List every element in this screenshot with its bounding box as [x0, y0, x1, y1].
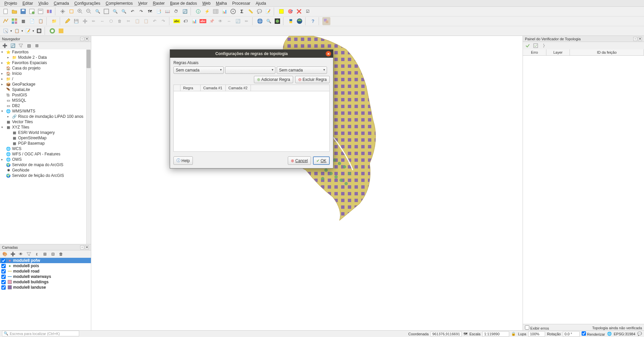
- select-rect-icon[interactable]: [2, 27, 10, 35]
- collapse-all-icon[interactable]: ⊟: [50, 251, 56, 257]
- browser-item[interactable]: ▸🏠Início: [0, 71, 91, 76]
- browser-item[interactable]: 🐘PostGIS: [0, 92, 91, 98]
- save-edits-icon[interactable]: 💾: [72, 17, 80, 25]
- menu-malha[interactable]: Malha: [213, 0, 230, 6]
- open-table-icon[interactable]: [212, 7, 220, 15]
- remove-layer-icon[interactable]: 🗑: [58, 251, 64, 257]
- menu-configurações[interactable]: Configurações: [72, 0, 103, 6]
- filter-legend-icon[interactable]: [25, 251, 32, 257]
- field-calc-icon[interactable]: 📊: [220, 7, 228, 15]
- label-abc-icon[interactable]: abc: [173, 17, 181, 25]
- rule-combo[interactable]: [225, 66, 275, 74]
- delimited-text-icon[interactable]: 📄: [28, 17, 36, 25]
- browser-item[interactable]: ▦PGP Basemap: [0, 141, 91, 146]
- menu-vetor[interactable]: Vetor: [136, 0, 150, 6]
- digitize-icon[interactable]: ✏: [90, 17, 98, 25]
- diagram-icon[interactable]: 📊: [190, 17, 198, 25]
- delete-selected-icon[interactable]: 🗑: [116, 17, 124, 25]
- layer-visibility-checkbox[interactable]: [1, 275, 6, 279]
- browser-item[interactable]: ▸📁Module 2 - Data: [0, 55, 91, 60]
- rot-value[interactable]: 0.0 °: [563, 331, 580, 337]
- layer-item[interactable]: module8 waterways: [0, 274, 91, 279]
- virtual-layer-icon[interactable]: 📋: [37, 17, 45, 25]
- add-feature-icon[interactable]: ➕: [81, 17, 89, 25]
- select-features-icon[interactable]: [277, 7, 285, 15]
- move-label-icon[interactable]: ↔: [225, 17, 233, 25]
- zoom-in-icon[interactable]: [76, 7, 84, 15]
- messages-icon[interactable]: 💬: [637, 332, 642, 336]
- panel-close-icon[interactable]: ✕: [85, 37, 89, 41]
- rotate-label-icon[interactable]: 🔄: [234, 17, 242, 25]
- vector-layer-icon[interactable]: [2, 17, 10, 25]
- layout-manager-icon[interactable]: [37, 7, 45, 15]
- browser-item[interactable]: ▸⭐Favoritos Espaciais: [0, 60, 91, 65]
- menu-raster[interactable]: Raster: [150, 0, 167, 6]
- col-id[interactable]: ID da feição: [570, 49, 644, 55]
- zoom-native-icon[interactable]: 🔍: [94, 7, 102, 15]
- new-map-view-icon[interactable]: 🗺: [146, 7, 154, 15]
- highlight-label-icon[interactable]: abc: [199, 17, 207, 25]
- paste-icon[interactable]: 📋: [142, 17, 150, 25]
- browser-item[interactable]: ▸📦GeoPackage: [0, 82, 91, 87]
- show-errors-checkbox[interactable]: Exibir erros: [525, 325, 549, 330]
- pan-icon[interactable]: [59, 7, 67, 15]
- browser-item[interactable]: ▸🌐OWS: [0, 157, 91, 162]
- validate-extent-icon[interactable]: [532, 42, 539, 49]
- save-project-icon[interactable]: [19, 7, 27, 15]
- new-project-icon[interactable]: [2, 7, 10, 15]
- zoom-next-icon[interactable]: ↷: [137, 7, 145, 15]
- dialog-close-icon[interactable]: ✕: [326, 51, 331, 56]
- help-button[interactable]: ⓘHelp: [173, 156, 193, 165]
- layers-tree[interactable]: ● module8 pofw ● module8 pois module8 ro…: [0, 258, 91, 331]
- another-icon[interactable]: 🔲: [35, 27, 43, 35]
- open-project-icon[interactable]: [10, 7, 18, 15]
- col-erro[interactable]: Erro: [523, 49, 546, 55]
- redo-icon[interactable]: ↷: [159, 17, 167, 25]
- menu-camada[interactable]: Camada: [51, 0, 71, 6]
- form-view-icon[interactable]: 📝: [24, 27, 32, 35]
- extents-icon[interactable]: 🗺: [464, 332, 467, 336]
- delete-rule-button[interactable]: ⊖Excluir Regra: [295, 76, 330, 83]
- select-all-icon[interactable]: ☑: [304, 7, 312, 15]
- raster-layer-icon[interactable]: [10, 17, 18, 25]
- cut-icon[interactable]: ✂: [124, 17, 132, 25]
- menu-projeto[interactable]: Projeto: [2, 0, 20, 6]
- menu-visão[interactable]: Visão: [36, 0, 51, 6]
- properties-widget-icon[interactable]: ⊞: [34, 42, 40, 49]
- add-rule-button[interactable]: ⊕Adicionar Regra: [254, 76, 293, 83]
- browser-tree[interactable]: ▾⭐Favoritos▸📁Module 2 - Data▸⭐Favoritos …: [0, 49, 91, 244]
- zoom-last-icon[interactable]: ↶: [128, 7, 137, 15]
- filter-browser-icon[interactable]: [17, 42, 24, 49]
- style-manager-icon[interactable]: [45, 7, 53, 15]
- browser-item[interactable]: ▭MSSQL: [0, 98, 91, 103]
- deselect-icon[interactable]: ❌: [295, 7, 303, 15]
- maptips-icon[interactable]: 💬: [255, 7, 263, 15]
- new-print-layout-icon[interactable]: [28, 7, 36, 15]
- osm-icon[interactable]: [273, 17, 281, 25]
- layer-item[interactable]: module8 landuse: [0, 285, 91, 290]
- lock-scale-icon[interactable]: 🔒: [511, 332, 516, 336]
- browser-item[interactable]: ▭DB2: [0, 103, 91, 108]
- deselect-icon2[interactable]: 📋: [13, 27, 21, 35]
- col-camada2[interactable]: Camada #2: [226, 85, 251, 91]
- browser-item[interactable]: 🪶SpatiaLite: [0, 87, 91, 92]
- node-tool-icon[interactable]: ⬡: [107, 17, 115, 25]
- layer-visibility-checkbox[interactable]: [1, 280, 6, 284]
- quickosm-icon[interactable]: [48, 27, 56, 35]
- browser-item[interactable]: ▾🌐WMS/WMTS: [0, 108, 91, 114]
- browser-item[interactable]: 🌍Servidor de mapa do ArcGIS: [0, 162, 91, 167]
- refresh-browser-icon[interactable]: 🔄: [9, 42, 16, 49]
- zoom-out-icon[interactable]: [85, 7, 93, 15]
- browser-item[interactable]: ▦Vector Tiles: [0, 119, 91, 125]
- layer-visibility-checkbox[interactable]: [1, 285, 6, 290]
- layer-visibility-checkbox[interactable]: [1, 258, 6, 263]
- browser-item[interactable]: 🌐WCS: [0, 146, 91, 151]
- layer-styling-icon[interactable]: 🎨: [1, 251, 8, 257]
- manage-visibility-icon[interactable]: 👁: [17, 251, 24, 257]
- undo-icon[interactable]: ↶: [151, 17, 159, 25]
- menu-complementos[interactable]: Complementos: [103, 0, 136, 6]
- cancel-button[interactable]: ⊗Cancel: [288, 156, 311, 165]
- python-icon[interactable]: [287, 17, 295, 25]
- panel-undock-icon[interactable]: ▫: [80, 245, 84, 249]
- web-search-icon[interactable]: 🔍: [265, 17, 273, 25]
